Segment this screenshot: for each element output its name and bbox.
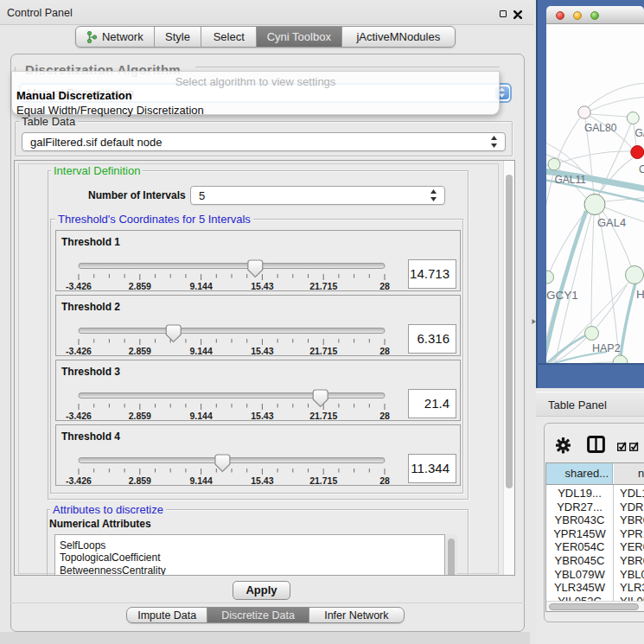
svg-text:2.859: 2.859	[129, 411, 151, 420]
svg-text:28: 28	[379, 346, 390, 355]
svg-text:28: 28	[379, 411, 390, 420]
svg-text:21.715: 21.715	[309, 281, 337, 290]
svg-text:15.43: 15.43	[251, 475, 273, 485]
svg-text:C: C	[639, 163, 644, 175]
svg-text:GAL11: GAL11	[555, 174, 587, 186]
svg-text:-3.426: -3.426	[66, 411, 92, 420]
svg-text:28: 28	[379, 475, 390, 485]
svg-text:21.715: 21.715	[309, 411, 337, 420]
svg-text:21.715: 21.715	[309, 475, 337, 485]
svg-text:9.144: 9.144	[189, 475, 212, 485]
svg-text:2.859: 2.859	[129, 346, 151, 355]
svg-text:15.43: 15.43	[251, 281, 273, 290]
svg-text:21.715: 21.715	[309, 346, 337, 355]
svg-text:HAP2: HAP2	[592, 342, 621, 354]
svg-text:9.144: 9.144	[189, 411, 212, 420]
svg-text:9.144: 9.144	[189, 346, 212, 355]
svg-text:9.144: 9.144	[189, 281, 212, 290]
svg-text:GAL80: GAL80	[584, 122, 617, 134]
svg-text:GAL4: GAL4	[597, 216, 626, 229]
svg-text:-3.426: -3.426	[66, 281, 92, 290]
svg-text:H: H	[636, 288, 644, 301]
svg-text:15.43: 15.43	[251, 346, 273, 355]
svg-text:15.43: 15.43	[251, 411, 273, 420]
svg-text:GA: GA	[635, 127, 644, 139]
svg-text:GCY1: GCY1	[546, 289, 578, 302]
svg-text:2.859: 2.859	[129, 475, 151, 485]
svg-text:2.859: 2.859	[129, 281, 151, 290]
svg-text:28: 28	[379, 281, 390, 290]
svg-text:-3.426: -3.426	[66, 346, 92, 355]
svg-text:-3.426: -3.426	[66, 475, 92, 485]
